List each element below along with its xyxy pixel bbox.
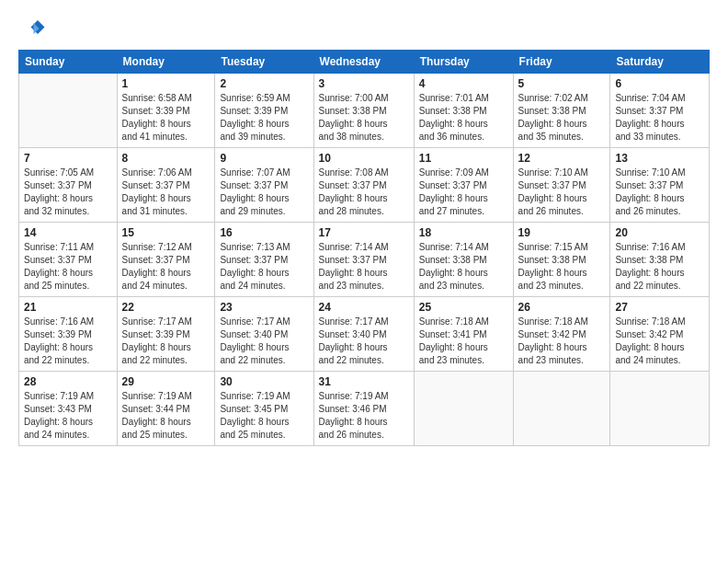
day-number: 11 (419, 152, 508, 165)
day-info: Sunrise: 7:01 AM Sunset: 3:38 PM Dayligh… (419, 92, 508, 144)
day-number: 24 (319, 301, 409, 314)
day-number: 18 (419, 226, 508, 239)
day-cell: 5Sunrise: 7:02 AM Sunset: 3:38 PM Daylig… (513, 74, 610, 148)
weekday-header-saturday: Saturday (610, 51, 710, 74)
day-cell (414, 372, 513, 446)
day-number: 6 (615, 77, 704, 90)
day-info: Sunrise: 7:15 AM Sunset: 3:38 PM Dayligh… (518, 241, 606, 293)
calendar-table: SundayMondayTuesdayWednesdayThursdayFrid… (18, 50, 710, 446)
day-info: Sunrise: 7:14 AM Sunset: 3:38 PM Dayligh… (419, 241, 508, 293)
day-number: 26 (518, 301, 606, 314)
day-cell: 27Sunrise: 7:18 AM Sunset: 3:42 PM Dayli… (610, 297, 710, 372)
day-number: 9 (220, 152, 308, 165)
day-info: Sunrise: 7:14 AM Sunset: 3:37 PM Dayligh… (319, 241, 409, 293)
day-cell: 11Sunrise: 7:09 AM Sunset: 3:37 PM Dayli… (414, 148, 513, 223)
day-cell: 21Sunrise: 7:16 AM Sunset: 3:39 PM Dayli… (19, 297, 118, 372)
day-info: Sunrise: 7:16 AM Sunset: 3:38 PM Dayligh… (615, 241, 704, 293)
day-info: Sunrise: 7:18 AM Sunset: 3:42 PM Dayligh… (518, 316, 606, 367)
day-number: 27 (615, 301, 704, 314)
day-cell: 20Sunrise: 7:16 AM Sunset: 3:38 PM Dayli… (610, 223, 710, 297)
weekday-header-friday: Friday (513, 51, 610, 74)
day-cell: 18Sunrise: 7:14 AM Sunset: 3:38 PM Dayli… (414, 223, 513, 297)
day-cell: 31Sunrise: 7:19 AM Sunset: 3:46 PM Dayli… (313, 372, 414, 446)
day-cell: 4Sunrise: 7:01 AM Sunset: 3:38 PM Daylig… (414, 74, 513, 148)
day-number: 30 (220, 375, 308, 388)
day-info: Sunrise: 7:05 AM Sunset: 3:37 PM Dayligh… (24, 167, 112, 218)
day-number: 12 (518, 152, 606, 165)
day-info: Sunrise: 7:17 AM Sunset: 3:40 PM Dayligh… (220, 316, 308, 367)
day-cell: 9Sunrise: 7:07 AM Sunset: 3:37 PM Daylig… (215, 148, 313, 223)
weekday-header-sunday: Sunday (19, 51, 118, 74)
day-number: 25 (419, 301, 508, 314)
day-cell: 10Sunrise: 7:08 AM Sunset: 3:37 PM Dayli… (313, 148, 414, 223)
day-number: 4 (419, 77, 508, 90)
day-cell: 25Sunrise: 7:18 AM Sunset: 3:41 PM Dayli… (414, 297, 513, 372)
week-row-5: 28Sunrise: 7:19 AM Sunset: 3:43 PM Dayli… (19, 372, 710, 446)
day-info: Sunrise: 7:19 AM Sunset: 3:45 PM Dayligh… (220, 390, 308, 442)
logo (18, 15, 50, 42)
day-info: Sunrise: 7:18 AM Sunset: 3:42 PM Dayligh… (615, 316, 704, 367)
day-info: Sunrise: 7:00 AM Sunset: 3:38 PM Dayligh… (319, 92, 409, 144)
weekday-header-wednesday: Wednesday (313, 51, 414, 74)
day-info: Sunrise: 7:17 AM Sunset: 3:40 PM Dayligh… (319, 316, 409, 367)
day-info: Sunrise: 7:09 AM Sunset: 3:37 PM Dayligh… (419, 167, 508, 218)
day-number: 17 (319, 226, 409, 239)
day-cell: 13Sunrise: 7:10 AM Sunset: 3:37 PM Dayli… (610, 148, 710, 223)
day-number: 10 (319, 152, 409, 165)
day-number: 8 (122, 152, 210, 165)
day-number: 13 (615, 152, 704, 165)
weekday-header-thursday: Thursday (414, 51, 513, 74)
day-cell: 3Sunrise: 7:00 AM Sunset: 3:38 PM Daylig… (313, 74, 414, 148)
day-info: Sunrise: 7:11 AM Sunset: 3:37 PM Dayligh… (24, 241, 112, 293)
day-info: Sunrise: 6:59 AM Sunset: 3:39 PM Dayligh… (220, 92, 308, 144)
week-row-2: 7Sunrise: 7:05 AM Sunset: 3:37 PM Daylig… (19, 148, 710, 223)
day-number: 14 (24, 226, 112, 239)
day-cell: 23Sunrise: 7:17 AM Sunset: 3:40 PM Dayli… (215, 297, 313, 372)
weekday-header-monday: Monday (117, 51, 215, 74)
day-cell: 12Sunrise: 7:10 AM Sunset: 3:37 PM Dayli… (513, 148, 610, 223)
day-number: 2 (220, 77, 308, 90)
day-info: Sunrise: 7:10 AM Sunset: 3:37 PM Dayligh… (518, 167, 606, 218)
day-info: Sunrise: 7:07 AM Sunset: 3:37 PM Dayligh… (220, 167, 308, 218)
day-info: Sunrise: 7:08 AM Sunset: 3:37 PM Dayligh… (319, 167, 409, 218)
day-number: 28 (24, 375, 112, 388)
day-cell: 1Sunrise: 6:58 AM Sunset: 3:39 PM Daylig… (117, 74, 215, 148)
day-cell: 30Sunrise: 7:19 AM Sunset: 3:45 PM Dayli… (215, 372, 313, 446)
day-number: 15 (122, 226, 210, 239)
day-cell: 15Sunrise: 7:12 AM Sunset: 3:37 PM Dayli… (117, 223, 215, 297)
day-cell: 8Sunrise: 7:06 AM Sunset: 3:37 PM Daylig… (117, 148, 215, 223)
day-cell (19, 74, 118, 148)
week-row-4: 21Sunrise: 7:16 AM Sunset: 3:39 PM Dayli… (19, 297, 710, 372)
day-info: Sunrise: 7:19 AM Sunset: 3:43 PM Dayligh… (24, 390, 112, 442)
day-number: 21 (24, 301, 112, 314)
day-info: Sunrise: 7:19 AM Sunset: 3:46 PM Dayligh… (319, 390, 409, 442)
weekday-header-row: SundayMondayTuesdayWednesdayThursdayFrid… (19, 51, 710, 74)
day-number: 22 (122, 301, 210, 314)
day-cell: 29Sunrise: 7:19 AM Sunset: 3:44 PM Dayli… (117, 372, 215, 446)
day-cell: 6Sunrise: 7:04 AM Sunset: 3:37 PM Daylig… (610, 74, 710, 148)
day-cell: 26Sunrise: 7:18 AM Sunset: 3:42 PM Dayli… (513, 297, 610, 372)
day-cell (610, 372, 710, 446)
day-cell: 7Sunrise: 7:05 AM Sunset: 3:37 PM Daylig… (19, 148, 118, 223)
day-number: 29 (122, 375, 210, 388)
header (18, 15, 710, 42)
day-info: Sunrise: 7:13 AM Sunset: 3:37 PM Dayligh… (220, 241, 308, 293)
day-info: Sunrise: 7:06 AM Sunset: 3:37 PM Dayligh… (122, 167, 210, 218)
day-info: Sunrise: 7:02 AM Sunset: 3:38 PM Dayligh… (518, 92, 606, 144)
day-number: 20 (615, 226, 704, 239)
day-number: 1 (122, 77, 210, 90)
day-info: Sunrise: 6:58 AM Sunset: 3:39 PM Dayligh… (122, 92, 210, 144)
day-info: Sunrise: 7:12 AM Sunset: 3:37 PM Dayligh… (122, 241, 210, 293)
day-cell: 22Sunrise: 7:17 AM Sunset: 3:39 PM Dayli… (117, 297, 215, 372)
day-info: Sunrise: 7:16 AM Sunset: 3:39 PM Dayligh… (24, 316, 112, 367)
day-cell: 24Sunrise: 7:17 AM Sunset: 3:40 PM Dayli… (313, 297, 414, 372)
day-number: 19 (518, 226, 606, 239)
day-number: 23 (220, 301, 308, 314)
day-info: Sunrise: 7:18 AM Sunset: 3:41 PM Dayligh… (419, 316, 508, 367)
logo-icon (18, 15, 46, 42)
day-cell: 14Sunrise: 7:11 AM Sunset: 3:37 PM Dayli… (19, 223, 118, 297)
day-info: Sunrise: 7:04 AM Sunset: 3:37 PM Dayligh… (615, 92, 704, 144)
day-cell (513, 372, 610, 446)
day-cell: 17Sunrise: 7:14 AM Sunset: 3:37 PM Dayli… (313, 223, 414, 297)
day-info: Sunrise: 7:19 AM Sunset: 3:44 PM Dayligh… (122, 390, 210, 442)
